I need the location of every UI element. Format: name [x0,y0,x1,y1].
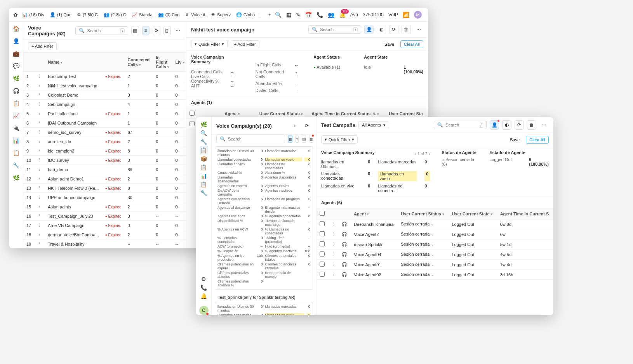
refresh-button[interactable]: ⟳ [515,120,524,130]
select-all-checkbox[interactable] [190,111,195,116]
quick-filter-button[interactable]: ▾ Quick Filter ▾ [191,40,228,48]
row-menu[interactable]: ⋮ [328,270,339,280]
table-row[interactable]: 11⋮hari_demo8900 [23,165,186,174]
rail-icon[interactable]: 🌿 [12,75,20,82]
row-menu[interactable]: ⋮ [34,184,45,193]
row-menu[interactable]: ⋮ [34,174,45,184]
chevron-down-icon[interactable]: ⌄ [431,252,434,257]
refresh-button[interactable]: ⟳ [302,121,311,130]
column-header[interactable] [339,208,351,219]
agent-row[interactable]: ⋮🎧Deepanshi KhanujaaSesión cerrada ⌄Logg… [316,219,553,229]
user-icon-button[interactable]: 👤 [490,120,499,130]
row-menu[interactable]: ⋮ [328,239,339,250]
more-button[interactable]: ⋯ [174,26,181,35]
quick-filter-button[interactable]: ▾ Quick Filter ▾ [321,135,358,144]
clear-all-button[interactable]: Clear All [526,136,549,144]
grid-view-button[interactable]: ▦ [288,135,292,143]
column-header[interactable] [316,208,328,219]
table-row[interactable]: 3⋮Coloplast Demo000 [23,90,186,100]
campaign-search[interactable]: 🔍 / [75,26,128,35]
chart-icon-button[interactable]: ◐ [377,25,386,34]
archive-button[interactable]: 🗑 [527,120,536,130]
campaign-card[interactable]: llamadas en Últimos 30 minutos0Llamadas … [215,302,313,315]
phone-icon[interactable]: 📞 [316,12,323,18]
row-menu[interactable]: ⋮ [34,100,45,109]
row-menu[interactable]: ⋮ [34,202,45,211]
rail-icon[interactable]: 📋 [200,180,208,189]
tab-item[interactable]: 📊(16) Dis [19,10,47,19]
w2-search-input[interactable] [228,137,282,141]
row-menu[interactable]: ⋮ [34,81,45,90]
people-icon[interactable]: 👥 [328,12,334,18]
tab-item[interactable]: 👥(2.3k) C [101,10,129,19]
row-checkbox[interactable] [320,272,325,277]
user-avatar-c[interactable]: C [199,306,209,315]
row-menu[interactable]: ⋮ [328,260,339,270]
view4-button[interactable]: ▥ [309,135,313,143]
table-row[interactable]: 5⋮Paul collectionsExpired100 [23,109,186,118]
agent-row[interactable]: ⋮🎧Voice Agent01Sesión cerrada ⌄Logged Ou… [316,260,553,270]
table-row[interactable]: 12⋮Asian paint Demo1Expired200 [23,174,186,184]
row-menu[interactable]: ⋮ [328,250,339,260]
column-header[interactable] [328,208,339,219]
pager[interactable]: ‹ 1 of 7 › [415,152,430,156]
tab-item[interactable]: 📈Standa [129,10,155,19]
chevron-down-icon[interactable]: ⌄ [431,242,434,246]
agent-row[interactable]: ⋮🎧manan SprinklrSesión cerrada ⌄Logged O… [316,239,553,250]
rail-icon[interactable]: 📈 [12,112,20,120]
add-button[interactable]: ＋ [290,121,299,130]
calendar-icon[interactable]: 📅 [305,12,312,18]
rail-icon[interactable]: 🎧 [12,87,20,95]
campaign-card[interactable]: llamadas en Últimos 30 minutos0Llamadas … [215,146,313,290]
edit-icon[interactable]: ✎ [296,12,301,18]
rail-icon[interactable]: 🔔 [200,292,208,300]
rail-icon[interactable]: 💼 [12,50,20,57]
tab-item[interactable]: 👤(1) Que [47,10,74,19]
list-view-button[interactable]: ≡ [142,26,150,35]
table-row[interactable]: 13⋮HKT Telecom Flow 3 (Re...Expired800 [23,184,186,193]
rail-icon[interactable]: 📋 [200,146,208,154]
select-all-checkbox[interactable] [320,211,325,216]
column-header[interactable]: Liv▾ [172,53,186,72]
row-checkbox[interactable] [320,262,325,267]
row-menu[interactable]: ⋮ [34,109,45,118]
rail-icon[interactable]: 🌿 [200,120,208,129]
user-avatar[interactable]: M [414,11,422,19]
rail-icon[interactable]: 📦 [200,154,208,163]
row-menu[interactable]: ⋮ [34,239,45,249]
tab-item[interactable]: 👁Superv [209,10,233,19]
table-row[interactable]: 7⋮demo_idc_surveyExpired6700 [23,128,186,137]
table-row[interactable]: 4⋮Seb campaign400 [23,100,186,109]
rail-icon[interactable]: 🔧 [200,189,208,197]
chevron-down-icon[interactable]: ⌄ [431,262,434,267]
w2-detail-search[interactable]: 🔍 / [434,121,487,129]
tab-item[interactable]: 🎙Voice A [183,10,208,19]
row-menu[interactable]: ⋮ [34,156,45,165]
table-row[interactable]: 19⋮Travel & Hospitality------ [23,239,186,249]
user-icon-button[interactable]: 👤 [364,25,374,34]
row-menu[interactable]: ⋮ [34,221,45,230]
table-row[interactable]: 2⋮Nikhil test voice campaign100 [23,81,186,90]
row-menu[interactable]: ⋮ [34,128,45,137]
rail-icon[interactable]: 📋 [200,163,208,172]
save-button[interactable]: Save [381,41,397,48]
apps-icon[interactable]: ▦ [286,12,291,18]
rail-icon[interactable]: 🔧 [12,161,20,169]
rail-icon[interactable]: 🌿 [12,174,20,182]
rail-icon[interactable]: 👤 [12,37,20,45]
chevron-down-icon[interactable]: ⌄ [431,222,434,226]
row-checkbox[interactable] [320,231,325,236]
row-menu[interactable]: ⋮ [34,230,45,239]
bell-icon[interactable]: 🔔 [339,12,346,18]
grid-view-button[interactable]: ▦ [131,26,139,35]
rail-icon[interactable]: 📋 [12,149,20,157]
table-row[interactable]: 9⋮idc_campign2Expired800 [23,146,186,156]
save-button[interactable]: Save [507,136,523,143]
table-row[interactable]: 17⋮Arne VB CampaignExpired000 [23,221,186,230]
detail-search-input[interactable] [320,27,351,32]
row-checkbox[interactable] [320,241,325,246]
column-header[interactable] [34,53,45,72]
table-row[interactable]: 1⋮Bootcamp TestExpired200 [23,72,186,81]
column-header[interactable]: Name▾ [45,53,102,72]
rail-icon[interactable]: 📊 [12,137,20,144]
